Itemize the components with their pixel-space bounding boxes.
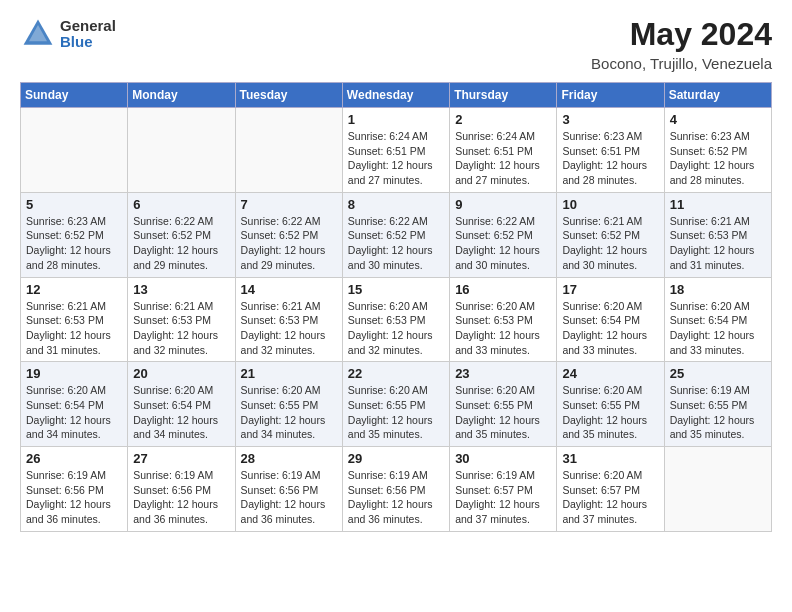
cell-date: 15 [348,282,444,297]
calendar-cell: 15Sunrise: 6:20 AM Sunset: 6:53 PM Dayli… [342,277,449,362]
calendar-cell: 29Sunrise: 6:19 AM Sunset: 6:56 PM Dayli… [342,447,449,532]
calendar-week-row: 12Sunrise: 6:21 AM Sunset: 6:53 PM Dayli… [21,277,772,362]
cell-info: Sunrise: 6:19 AM Sunset: 6:57 PM Dayligh… [455,468,551,527]
cell-date: 24 [562,366,658,381]
cell-info: Sunrise: 6:23 AM Sunset: 6:52 PM Dayligh… [26,214,122,273]
cell-date: 29 [348,451,444,466]
cell-info: Sunrise: 6:20 AM Sunset: 6:54 PM Dayligh… [562,299,658,358]
cell-date: 18 [670,282,766,297]
calendar-cell: 27Sunrise: 6:19 AM Sunset: 6:56 PM Dayli… [128,447,235,532]
cell-date: 4 [670,112,766,127]
calendar-cell: 4Sunrise: 6:23 AM Sunset: 6:52 PM Daylig… [664,108,771,193]
cell-date: 22 [348,366,444,381]
header: General Blue May 2024 Bocono, Trujillo, … [20,16,772,72]
cell-info: Sunrise: 6:20 AM Sunset: 6:55 PM Dayligh… [562,383,658,442]
calendar-cell [664,447,771,532]
calendar-cell: 11Sunrise: 6:21 AM Sunset: 6:53 PM Dayli… [664,192,771,277]
calendar-cell: 23Sunrise: 6:20 AM Sunset: 6:55 PM Dayli… [450,362,557,447]
calendar-table: SundayMondayTuesdayWednesdayThursdayFrid… [20,82,772,532]
cell-date: 17 [562,282,658,297]
cell-info: Sunrise: 6:19 AM Sunset: 6:56 PM Dayligh… [133,468,229,527]
calendar-cell: 12Sunrise: 6:21 AM Sunset: 6:53 PM Dayli… [21,277,128,362]
cell-date: 9 [455,197,551,212]
cell-date: 31 [562,451,658,466]
page: General Blue May 2024 Bocono, Trujillo, … [0,0,792,612]
calendar-day-header: Sunday [21,83,128,108]
cell-info: Sunrise: 6:21 AM Sunset: 6:53 PM Dayligh… [241,299,337,358]
title-location: Bocono, Trujillo, Venezuela [591,55,772,72]
cell-info: Sunrise: 6:19 AM Sunset: 6:55 PM Dayligh… [670,383,766,442]
cell-date: 8 [348,197,444,212]
cell-date: 23 [455,366,551,381]
cell-info: Sunrise: 6:23 AM Sunset: 6:51 PM Dayligh… [562,129,658,188]
cell-date: 2 [455,112,551,127]
calendar-header-row: SundayMondayTuesdayWednesdayThursdayFrid… [21,83,772,108]
cell-info: Sunrise: 6:20 AM Sunset: 6:55 PM Dayligh… [455,383,551,442]
cell-info: Sunrise: 6:20 AM Sunset: 6:53 PM Dayligh… [455,299,551,358]
logo-icon [20,16,56,52]
cell-info: Sunrise: 6:21 AM Sunset: 6:53 PM Dayligh… [670,214,766,273]
calendar-cell: 1Sunrise: 6:24 AM Sunset: 6:51 PM Daylig… [342,108,449,193]
cell-info: Sunrise: 6:21 AM Sunset: 6:53 PM Dayligh… [26,299,122,358]
calendar-cell: 14Sunrise: 6:21 AM Sunset: 6:53 PM Dayli… [235,277,342,362]
cell-date: 3 [562,112,658,127]
cell-date: 11 [670,197,766,212]
calendar-cell: 18Sunrise: 6:20 AM Sunset: 6:54 PM Dayli… [664,277,771,362]
calendar-cell: 5Sunrise: 6:23 AM Sunset: 6:52 PM Daylig… [21,192,128,277]
cell-date: 16 [455,282,551,297]
calendar-day-header: Tuesday [235,83,342,108]
calendar-cell: 7Sunrise: 6:22 AM Sunset: 6:52 PM Daylig… [235,192,342,277]
title-block: May 2024 Bocono, Trujillo, Venezuela [591,16,772,72]
cell-info: Sunrise: 6:24 AM Sunset: 6:51 PM Dayligh… [348,129,444,188]
cell-date: 28 [241,451,337,466]
cell-info: Sunrise: 6:22 AM Sunset: 6:52 PM Dayligh… [241,214,337,273]
calendar-cell: 17Sunrise: 6:20 AM Sunset: 6:54 PM Dayli… [557,277,664,362]
cell-date: 1 [348,112,444,127]
cell-info: Sunrise: 6:24 AM Sunset: 6:51 PM Dayligh… [455,129,551,188]
logo-general: General [60,18,116,35]
cell-info: Sunrise: 6:22 AM Sunset: 6:52 PM Dayligh… [133,214,229,273]
calendar-cell: 13Sunrise: 6:21 AM Sunset: 6:53 PM Dayli… [128,277,235,362]
logo-blue: Blue [60,34,116,51]
calendar-cell: 25Sunrise: 6:19 AM Sunset: 6:55 PM Dayli… [664,362,771,447]
calendar-cell [128,108,235,193]
cell-info: Sunrise: 6:23 AM Sunset: 6:52 PM Dayligh… [670,129,766,188]
cell-date: 6 [133,197,229,212]
calendar-day-header: Friday [557,83,664,108]
cell-date: 5 [26,197,122,212]
calendar-cell: 8Sunrise: 6:22 AM Sunset: 6:52 PM Daylig… [342,192,449,277]
calendar-cell [21,108,128,193]
cell-info: Sunrise: 6:21 AM Sunset: 6:52 PM Dayligh… [562,214,658,273]
calendar-cell: 31Sunrise: 6:20 AM Sunset: 6:57 PM Dayli… [557,447,664,532]
calendar-week-row: 1Sunrise: 6:24 AM Sunset: 6:51 PM Daylig… [21,108,772,193]
calendar-cell: 24Sunrise: 6:20 AM Sunset: 6:55 PM Dayli… [557,362,664,447]
calendar-cell: 16Sunrise: 6:20 AM Sunset: 6:53 PM Dayli… [450,277,557,362]
cell-date: 13 [133,282,229,297]
calendar-day-header: Saturday [664,83,771,108]
cell-info: Sunrise: 6:20 AM Sunset: 6:55 PM Dayligh… [241,383,337,442]
calendar-cell: 28Sunrise: 6:19 AM Sunset: 6:56 PM Dayli… [235,447,342,532]
calendar-week-row: 26Sunrise: 6:19 AM Sunset: 6:56 PM Dayli… [21,447,772,532]
cell-date: 20 [133,366,229,381]
cell-info: Sunrise: 6:20 AM Sunset: 6:54 PM Dayligh… [670,299,766,358]
cell-date: 27 [133,451,229,466]
cell-date: 12 [26,282,122,297]
calendar-cell [235,108,342,193]
calendar-cell: 20Sunrise: 6:20 AM Sunset: 6:54 PM Dayli… [128,362,235,447]
calendar-cell: 30Sunrise: 6:19 AM Sunset: 6:57 PM Dayli… [450,447,557,532]
calendar-cell: 21Sunrise: 6:20 AM Sunset: 6:55 PM Dayli… [235,362,342,447]
cell-info: Sunrise: 6:19 AM Sunset: 6:56 PM Dayligh… [241,468,337,527]
calendar-cell: 2Sunrise: 6:24 AM Sunset: 6:51 PM Daylig… [450,108,557,193]
cell-info: Sunrise: 6:19 AM Sunset: 6:56 PM Dayligh… [348,468,444,527]
cell-info: Sunrise: 6:20 AM Sunset: 6:54 PM Dayligh… [26,383,122,442]
logo: General Blue [20,16,116,52]
logo-text: General Blue [60,18,116,51]
cell-info: Sunrise: 6:19 AM Sunset: 6:56 PM Dayligh… [26,468,122,527]
cell-date: 25 [670,366,766,381]
cell-info: Sunrise: 6:22 AM Sunset: 6:52 PM Dayligh… [348,214,444,273]
cell-date: 14 [241,282,337,297]
calendar-cell: 9Sunrise: 6:22 AM Sunset: 6:52 PM Daylig… [450,192,557,277]
cell-date: 30 [455,451,551,466]
calendar-cell: 10Sunrise: 6:21 AM Sunset: 6:52 PM Dayli… [557,192,664,277]
cell-info: Sunrise: 6:20 AM Sunset: 6:53 PM Dayligh… [348,299,444,358]
